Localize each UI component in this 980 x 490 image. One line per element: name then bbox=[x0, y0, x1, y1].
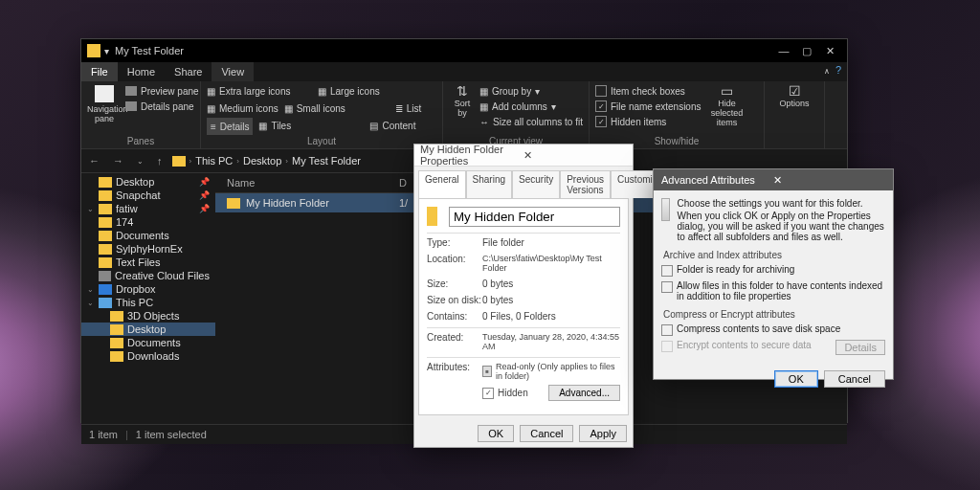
layout-tiles[interactable]: ▦ Tiles bbox=[258, 118, 364, 133]
archive-checkbox[interactable]: Folder is ready for archiving bbox=[661, 264, 885, 277]
tree-item[interactable]: Desktop📌 bbox=[81, 175, 215, 189]
qat-icon: ▾ bbox=[104, 46, 109, 56]
dialog-titlebar[interactable]: My Hidden Folder Properties ✕ bbox=[414, 145, 633, 167]
properties-tabs: General Sharing Security Previous Versio… bbox=[414, 167, 633, 198]
layout-medium[interactable]: ▦ Medium icons bbox=[207, 100, 278, 116]
back-button[interactable]: ← bbox=[85, 155, 103, 167]
folder-icon bbox=[110, 311, 123, 322]
tree-item[interactable]: Creative Cloud Files bbox=[81, 269, 215, 282]
tab-sharing[interactable]: Sharing bbox=[466, 170, 512, 198]
cancel-button[interactable]: Cancel bbox=[824, 370, 885, 388]
folder-icon bbox=[99, 271, 111, 281]
details-pane-button[interactable]: Details pane bbox=[125, 99, 199, 114]
folder-icon bbox=[99, 257, 112, 268]
tree-item[interactable]: Documents bbox=[81, 336, 215, 349]
folder-icon bbox=[99, 244, 112, 255]
folder-icon bbox=[99, 298, 112, 308]
layout-content[interactable]: ▤ Content bbox=[369, 118, 415, 133]
folder-icon bbox=[110, 351, 123, 362]
folder-icon bbox=[99, 204, 112, 214]
layout-list[interactable]: ≣ List bbox=[395, 100, 422, 116]
tree-item[interactable]: Downloads bbox=[81, 349, 215, 363]
compress-legend: Compress or Encrypt attributes bbox=[661, 309, 885, 320]
properties-dialog: My Hidden Folder Properties ✕ General Sh… bbox=[413, 144, 634, 448]
tree-item[interactable]: Desktop bbox=[81, 323, 215, 336]
tree-item[interactable]: ⌄fatiw📌 bbox=[81, 202, 215, 215]
up-button[interactable]: ↑ bbox=[153, 155, 167, 167]
apply-button[interactable]: Apply bbox=[579, 425, 627, 442]
cancel-button[interactable]: Cancel bbox=[520, 425, 573, 442]
file-extensions-toggle[interactable]: File name extensions bbox=[595, 99, 702, 114]
encrypt-checkbox: Encrypt contents to secure data Details bbox=[661, 340, 885, 355]
layout-small[interactable]: ▦ Small icons bbox=[284, 100, 390, 116]
titlebar[interactable]: ▾ My Test Folder — ▢ ✕ bbox=[81, 39, 847, 62]
hidden-checkbox[interactable]: Hidden bbox=[482, 388, 528, 399]
ok-button[interactable]: OK bbox=[478, 425, 514, 442]
archive-legend: Archive and Index attributes bbox=[661, 250, 885, 260]
attributes-icon bbox=[661, 198, 670, 221]
tab-file[interactable]: File bbox=[81, 62, 118, 81]
folder-icon bbox=[87, 44, 100, 57]
advanced-button[interactable]: Advanced... bbox=[548, 385, 620, 401]
close-button[interactable]: ✕ bbox=[818, 41, 841, 60]
tab-previous-versions[interactable]: Previous Versions bbox=[560, 170, 611, 198]
navigation-pane-button[interactable]: Navigation pane bbox=[87, 83, 122, 123]
dialog-title: My Hidden Folder Properties bbox=[420, 144, 523, 167]
folder-icon bbox=[99, 217, 112, 228]
compress-checkbox[interactable]: Compress contents to save disk space bbox=[661, 323, 885, 336]
folder-icon bbox=[172, 156, 186, 167]
tree-item[interactable]: ⌄This PC bbox=[81, 296, 215, 309]
folder-icon bbox=[427, 207, 437, 226]
window-title: My Test Folder bbox=[115, 45, 772, 56]
folder-icon bbox=[99, 190, 112, 201]
folder-icon bbox=[227, 198, 240, 209]
layout-extra-large[interactable]: ▦ Extra large icons bbox=[207, 83, 312, 99]
layout-large[interactable]: ▦ Large icons bbox=[318, 83, 380, 99]
tree-item[interactable]: Text Files bbox=[81, 256, 215, 269]
maximize-button[interactable]: ▢ bbox=[795, 41, 818, 60]
tree-item[interactable]: ⌄Dropbox bbox=[81, 282, 215, 296]
tab-view[interactable]: View bbox=[212, 62, 254, 81]
close-icon[interactable]: ✕ bbox=[523, 149, 627, 162]
ribbon: Navigation pane Preview pane Details pan… bbox=[81, 81, 847, 148]
navigation-tree[interactable]: Desktop📌 Snapchat📌⌄fatiw📌 174 Documents … bbox=[81, 173, 215, 424]
folder-icon bbox=[99, 231, 112, 241]
hide-selected-items-button[interactable]: ▭ Hide selected items bbox=[707, 83, 747, 129]
tab-home[interactable]: Home bbox=[118, 62, 165, 81]
tab-share[interactable]: Share bbox=[165, 62, 212, 81]
preview-pane-button[interactable]: Preview pane bbox=[125, 83, 199, 99]
forward-button[interactable]: → bbox=[109, 155, 127, 167]
folder-name-input[interactable] bbox=[449, 207, 620, 227]
layout-details[interactable]: ≡ Details bbox=[207, 118, 253, 135]
recent-dropdown[interactable]: ⌄ bbox=[133, 157, 147, 166]
help-icon[interactable]: ? bbox=[824, 64, 841, 76]
group-by-button[interactable]: ▦ Group by ▾ bbox=[479, 83, 583, 99]
close-icon[interactable]: ✕ bbox=[773, 174, 885, 187]
tree-item[interactable]: SylphyHornEx bbox=[81, 242, 215, 256]
dialog-title: Advanced Attributes bbox=[661, 174, 773, 186]
tree-item[interactable]: Documents bbox=[81, 229, 215, 242]
tree-item[interactable]: 3D Objects bbox=[81, 309, 215, 323]
folder-icon bbox=[110, 338, 123, 348]
intro-text-2: When you click OK or Apply on the Proper… bbox=[678, 211, 885, 242]
tab-general[interactable]: General bbox=[418, 170, 466, 198]
minimize-button[interactable]: — bbox=[772, 41, 795, 60]
tree-item[interactable]: 174 bbox=[81, 215, 215, 229]
breadcrumb[interactable]: › This PC› Desktop› My Test Folder bbox=[172, 155, 361, 167]
add-columns-button[interactable]: ▦ Add columns ▾ bbox=[479, 99, 583, 114]
ok-button[interactable]: OK bbox=[774, 370, 818, 388]
hidden-items-toggle[interactable]: Hidden items bbox=[595, 114, 702, 129]
sort-by-button[interactable]: ⇅ Sort by bbox=[449, 83, 476, 129]
index-checkbox[interactable]: Allow files in this folder to have conte… bbox=[661, 280, 885, 301]
folder-icon bbox=[99, 284, 112, 295]
item-checkboxes-toggle[interactable]: Item check boxes bbox=[595, 83, 702, 99]
details-button: Details bbox=[835, 340, 885, 355]
tab-security[interactable]: Security bbox=[512, 170, 560, 198]
options-button[interactable]: ☑ Options bbox=[770, 83, 818, 108]
readonly-checkbox[interactable]: Read-only (Only applies to files in fold… bbox=[482, 362, 620, 381]
tree-item[interactable]: Snapchat📌 bbox=[81, 189, 215, 202]
selection-count: 1 item selected bbox=[136, 429, 207, 440]
dialog-titlebar[interactable]: Advanced Attributes ✕ bbox=[654, 169, 893, 190]
size-all-columns-button[interactable]: ↔ Size all columns to fit bbox=[479, 114, 583, 129]
item-count: 1 item bbox=[89, 429, 118, 440]
